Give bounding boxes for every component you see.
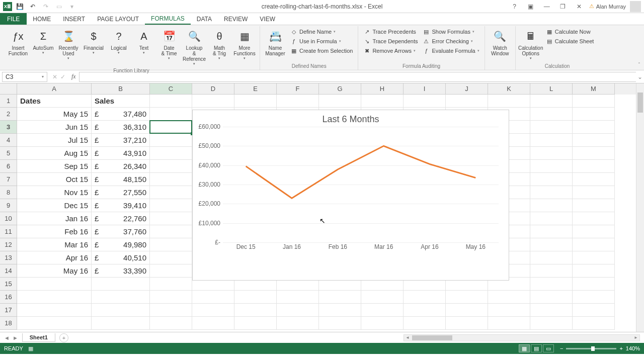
row-header[interactable]: 11 [0, 225, 17, 238]
cell[interactable] [150, 251, 192, 264]
column-header[interactable]: J [446, 83, 488, 95]
cell[interactable] [17, 317, 92, 330]
cell[interactable] [150, 212, 192, 225]
math-trig-button[interactable]: θMath& Trig▾ [207, 27, 231, 61]
cell[interactable] [446, 95, 488, 108]
help-icon[interactable]: ? [509, 1, 521, 12]
cell[interactable] [573, 317, 615, 330]
cell[interactable] [277, 304, 319, 317]
cell[interactable] [92, 278, 150, 291]
cell[interactable] [361, 317, 404, 330]
cell[interactable] [150, 304, 192, 317]
cell[interactable]: £40,510 [92, 251, 150, 264]
row-header[interactable]: 13 [0, 251, 17, 264]
cell[interactable]: Aug 15 [17, 147, 92, 160]
column-header[interactable]: A [17, 83, 92, 95]
cell[interactable] [150, 121, 192, 134]
logical-button[interactable]: ?Logical▾ [107, 27, 131, 56]
cell[interactable] [192, 291, 234, 304]
autosum-button[interactable]: ΣAutoSum▾ [31, 27, 55, 56]
cell[interactable]: £39,410 [92, 199, 150, 212]
undo-icon[interactable]: ↶ [27, 1, 38, 12]
show-formulas-button[interactable]: ▤Show Formulas ▾ [421, 27, 481, 36]
cell[interactable] [446, 317, 488, 330]
vertical-scrollbar[interactable] [636, 83, 644, 332]
cell[interactable] [530, 291, 573, 304]
cell[interactable] [573, 173, 615, 186]
touch-mode-icon[interactable]: ▭ [53, 1, 64, 12]
row-header[interactable]: 7 [0, 173, 17, 186]
more-functions-button[interactable]: ▦MoreFunctions▾ [232, 27, 257, 61]
cell[interactable] [573, 225, 615, 238]
cell[interactable] [192, 317, 234, 330]
cell[interactable]: May 16 [17, 264, 92, 278]
cell[interactable] [573, 251, 615, 264]
lookup-reference-button[interactable]: 🔍Lookup& Reference▾ [182, 27, 206, 67]
cell[interactable] [17, 304, 92, 317]
minimize-icon[interactable]: — [541, 1, 553, 12]
cell[interactable] [573, 121, 615, 134]
cell[interactable] [530, 264, 573, 278]
tab-insert[interactable]: INSERT [57, 13, 91, 25]
remove-arrows-button[interactable]: ✖Remove Arrows ▾ [361, 46, 420, 55]
cell[interactable] [404, 304, 446, 317]
cell[interactable] [573, 186, 615, 199]
cell[interactable] [277, 95, 319, 108]
cell[interactable]: Jan 16 [17, 212, 92, 225]
cell[interactable] [530, 278, 573, 291]
cell[interactable] [150, 291, 192, 304]
row-header[interactable]: 10 [0, 212, 17, 225]
expand-formula-bar-icon[interactable]: ⌄ [636, 73, 644, 80]
cell[interactable] [488, 304, 530, 317]
page-break-view-button[interactable]: ▭ [543, 344, 554, 352]
financial-button[interactable]: $Financial▾ [82, 27, 106, 56]
cell[interactable] [573, 160, 615, 173]
cell[interactable] [92, 304, 150, 317]
trace-precedents-button[interactable]: ↗Trace Precedents [361, 27, 420, 36]
cell[interactable] [319, 95, 361, 108]
worksheet-grid[interactable]: ABCDEFGHIJKLM 12345678910111213141516171… [0, 83, 644, 332]
cell[interactable] [573, 212, 615, 225]
cell[interactable] [573, 95, 615, 108]
cell[interactable] [446, 291, 488, 304]
cell[interactable] [319, 317, 361, 330]
cell[interactable] [530, 108, 573, 121]
cell[interactable] [192, 95, 234, 108]
avatar[interactable] [630, 1, 641, 12]
cell[interactable] [530, 134, 573, 147]
cell[interactable]: £22,760 [92, 212, 150, 225]
text-button[interactable]: AText▾ [132, 27, 156, 56]
cell[interactable] [361, 304, 404, 317]
cell[interactable] [404, 291, 446, 304]
cell[interactable]: Jun 15 [17, 121, 92, 134]
evaluate-formula-button[interactable]: ƒEvaluate Formula ▾ [421, 46, 481, 55]
sheet-nav-prev-icon[interactable]: ◄ [4, 335, 10, 341]
cell[interactable] [530, 147, 573, 160]
insert-function-button[interactable]: ƒxInsertFunction [6, 27, 30, 57]
cell[interactable] [361, 291, 404, 304]
cell[interactable] [150, 317, 192, 330]
cell[interactable] [530, 95, 573, 108]
restore-icon[interactable]: ❐ [557, 1, 569, 12]
cell[interactable] [573, 199, 615, 212]
error-checking-button[interactable]: ⚠Error Checking ▾ [421, 37, 481, 46]
cell[interactable]: Mar 16 [17, 238, 92, 251]
cell[interactable] [530, 186, 573, 199]
cell[interactable] [234, 95, 277, 108]
new-sheet-button[interactable]: + [59, 333, 68, 342]
chart-object[interactable]: Last 6 Months £-£10,000£20,000£30,000£40… [192, 110, 509, 281]
zoom-level[interactable]: 140% [626, 345, 640, 351]
cell[interactable]: £26,340 [92, 160, 150, 173]
tab-home[interactable]: HOME [27, 13, 57, 25]
cell[interactable] [530, 173, 573, 186]
row-header[interactable]: 16 [0, 291, 17, 304]
account-name[interactable]: ⚠Alan Murray [589, 3, 626, 10]
column-header[interactable]: M [573, 83, 615, 95]
cell[interactable]: £43,910 [92, 147, 150, 160]
cell[interactable]: Sales [92, 95, 150, 108]
cell[interactable]: Dates [17, 95, 92, 108]
cell[interactable] [361, 95, 404, 108]
cell[interactable] [573, 108, 615, 121]
cell[interactable] [234, 317, 277, 330]
tab-formulas[interactable]: FORMULAS [145, 13, 191, 25]
